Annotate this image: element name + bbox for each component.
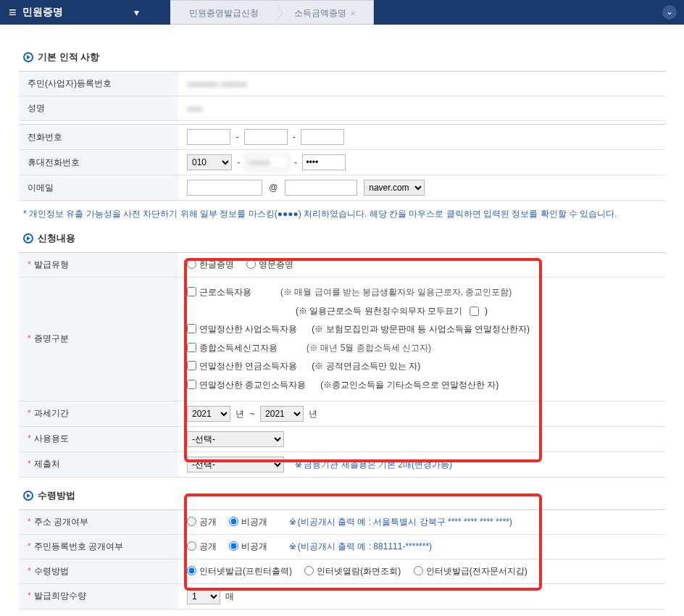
checkbox-daily-all[interactable]: [470, 307, 479, 316]
breadcrumb-item-2[interactable]: 소득금액증명★: [275, 0, 374, 25]
label-cert-classification: *증명구분: [19, 278, 178, 401]
radio-method-print[interactable]: 인터넷발급(프린터출력): [187, 566, 292, 576]
note-yearend-religious: (※종교인소득을 기타소득으로 연말정산한 자): [320, 378, 499, 394]
delivery-table: *주소 공개여부 공개 비공개 (비공개시 출력 예 : 서울특별시 강북구 *…: [19, 509, 665, 609]
radio-addr-open[interactable]: 공개: [187, 517, 217, 527]
label-rrn-disclosure: *주민등록번호 공개여부: [19, 534, 178, 559]
note-earned-income: (※ 매월 급여를 받는 봉급생활자와 일용근로자, 종교인포함): [280, 285, 512, 301]
email-local-input[interactable]: [187, 180, 262, 196]
checkbox-yearend-pension[interactable]: 연말정산한 연금소득자용: [187, 359, 297, 375]
radio-addr-closed[interactable]: 비공개: [229, 517, 267, 527]
section-request-content: 신청내용: [23, 232, 684, 245]
phone-3-input[interactable]: [301, 129, 344, 145]
star-icon: ★: [349, 8, 357, 18]
purpose-select[interactable]: -선택-: [187, 431, 284, 447]
checkbox-global-income[interactable]: 종합소득세신고자용: [187, 341, 278, 357]
label-name: 성명: [19, 96, 178, 121]
email-domain-input[interactable]: [285, 180, 357, 196]
note-daily-worker: (※ 일용근로소득 원천징수의무자 모두표기: [296, 304, 462, 320]
submit-to-note: 금융기관 제출용은 기본 2매(변경가능): [295, 459, 452, 470]
mobile-mid-input[interactable]: [246, 154, 289, 170]
label-quantity: *발급희망수량: [19, 583, 178, 609]
request-table: *발급유형 한글증명 영문증명 *증명구분 근로소득자용 (※ 매월 급여를 받…: [19, 252, 665, 478]
header-title: 민원증명: [22, 6, 63, 19]
radio-rrn-closed[interactable]: 비공개: [229, 541, 267, 552]
contact-table: 전화번호 - - 휴대전화번호 010 - - 이메일 @: [19, 124, 665, 201]
hamburger-icon: [9, 5, 17, 20]
rrn-hint: (비공개시 출력 예 : 881111-*******): [289, 541, 432, 552]
label-delivery-method: *수령방법: [19, 559, 178, 583]
year-from-select[interactable]: 2021: [187, 406, 230, 422]
phone-1-input[interactable]: [187, 129, 230, 145]
bullet-icon: [23, 52, 33, 62]
phone-2-input[interactable]: [244, 129, 288, 145]
quantity-select[interactable]: 1: [187, 588, 220, 604]
header-bar: 민원증명 ▾ 민원증명발급신청 소득금액증명★ ⌄: [0, 0, 684, 25]
mobile-last-input[interactable]: [302, 154, 346, 170]
note-global-income: (※ 매년 5월 종합소득세 신고자): [306, 341, 431, 357]
collapse-button[interactable]: ⌄: [662, 5, 677, 20]
radio-rrn-open[interactable]: 공개: [187, 541, 217, 552]
label-phone: 전화번호: [19, 125, 178, 150]
label-issue-type: *발급유형: [19, 253, 178, 278]
value-name[interactable]: ●●●: [187, 104, 203, 114]
addr-hint: (비공개시 출력 예 : 서울특별시 강북구 **** **** **** **…: [289, 517, 512, 527]
radio-method-view[interactable]: 인터넷열람(화면조회): [304, 566, 401, 576]
checkbox-yearend-biz[interactable]: 연말정산한 사업소득자용: [187, 322, 297, 338]
breadcrumb: 민원증명발급신청 소득금액증명★: [170, 0, 374, 25]
label-mobile: 휴대전화번호: [19, 150, 178, 175]
label-tax-period: *과세기간: [19, 401, 178, 426]
section-delivery: 수령방법: [23, 489, 684, 502]
bullet-icon: [23, 491, 33, 501]
label-purpose: *사용용도: [19, 426, 178, 451]
note-yearend-biz: (※ 보험모집인과 방문판매 등 사업소득을 연말정산한자): [312, 322, 530, 338]
radio-english-cert[interactable]: 영문증명: [246, 259, 293, 270]
email-domain-select[interactable]: naver.com: [364, 180, 425, 196]
submit-to-select[interactable]: -선택-: [187, 457, 284, 473]
bullet-icon: [23, 233, 33, 244]
label-addr-disclosure: *주소 공개여부: [19, 509, 178, 534]
radio-korean-cert[interactable]: 한글증명: [187, 259, 234, 270]
mobile-prefix-select[interactable]: 010: [187, 154, 232, 170]
masking-note: * 개인정보 유출 가능성을 사전 차단하기 위해 일부 정보를 마스킹(●●●…: [23, 208, 684, 220]
breadcrumb-item-1[interactable]: 민원증명발급신청: [170, 0, 275, 25]
menu-toggle[interactable]: 민원증명 ▾: [0, 5, 148, 20]
chevron-down-icon: ▾: [134, 7, 139, 18]
note-yearend-pension: (※ 공적연금소득만 있는 자): [312, 359, 420, 375]
label-submit-to: *제출처: [19, 451, 178, 477]
value-resident-no[interactable]: ●●●●●● ●●●●●: [187, 79, 247, 89]
radio-method-wallet[interactable]: 인터넷발급(전자문서지갑): [414, 566, 527, 576]
checkbox-earned-income[interactable]: 근로소득자용: [187, 285, 251, 301]
basic-info-table: 주민(사업자)등록번호 ●●●●●● ●●●●● 성명 ●●●: [19, 71, 665, 121]
section-basic-info: 기본 인적 사항: [23, 51, 684, 64]
label-email: 이메일: [19, 175, 178, 201]
year-to-select[interactable]: 2021: [260, 406, 304, 422]
checkbox-yearend-religious[interactable]: 연말정산한 종교인소득자용: [187, 378, 306, 394]
label-resident-no: 주민(사업자)등록번호: [19, 72, 178, 96]
